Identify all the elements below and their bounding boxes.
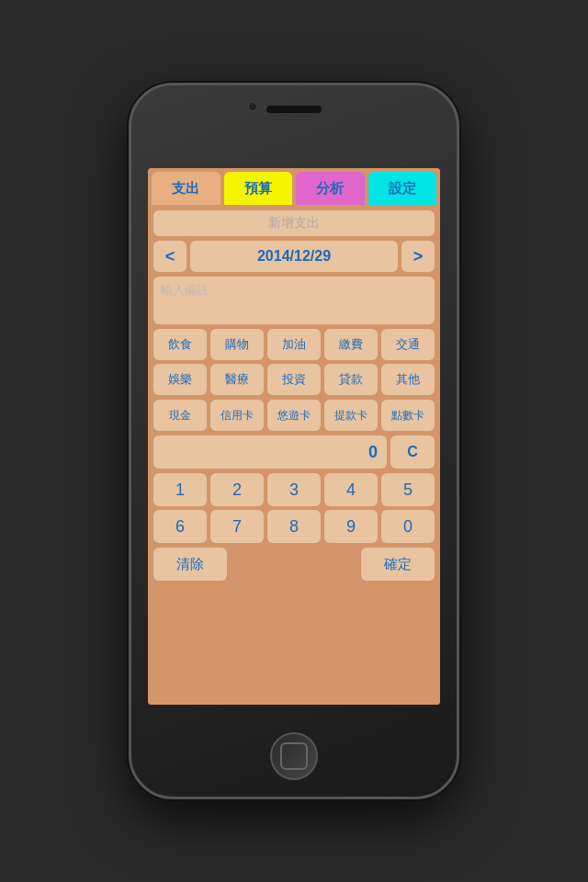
cat-shopping[interactable]: 購物 [210, 329, 264, 360]
tab-bar: 支出 預算 分析 設定 [148, 168, 440, 205]
cat-transport[interactable]: 交通 [381, 329, 435, 360]
num-8[interactable]: 8 [267, 510, 321, 543]
memo-placeholder: 輸入備註 [161, 283, 209, 297]
phone-shell: 支出 預算 分析 設定 新增支出 < 2014/12/29 [129, 83, 459, 799]
pay-easycard[interactable]: 悠遊卡 [267, 400, 321, 431]
camera [248, 102, 257, 111]
amount-row: 0 C [153, 435, 435, 469]
app-container: 支出 預算 分析 設定 新增支出 < 2014/12/29 [148, 168, 440, 705]
num-3[interactable]: 3 [267, 473, 321, 506]
tab-budget[interactable]: 預算 [224, 172, 293, 205]
home-button[interactable] [270, 732, 318, 780]
date-prev-button[interactable]: < [153, 241, 187, 272]
num-2[interactable]: 2 [210, 473, 264, 506]
payment-grid: 現金 信用卡 悠遊卡 提款卡 點數卡 [153, 400, 435, 431]
amount-display: 0 [153, 435, 387, 469]
num-5[interactable]: 5 [381, 473, 435, 506]
pay-credit[interactable]: 信用卡 [210, 400, 264, 431]
cat-gas[interactable]: 加油 [267, 329, 321, 360]
num-4[interactable]: 4 [324, 473, 378, 506]
action-row: 清除 確定 [153, 548, 435, 581]
date-display: 2014/12/29 [190, 241, 398, 272]
new-expense-label: 新增支出 [268, 215, 320, 230]
pay-atm[interactable]: 提款卡 [324, 400, 378, 431]
tab-expense[interactable]: 支出 [152, 172, 220, 205]
num-7[interactable]: 7 [210, 510, 264, 543]
clear-digit-button[interactable]: C [390, 435, 435, 469]
clear-action-button[interactable]: 清除 [153, 548, 227, 581]
cat-loan[interactable]: 貸款 [324, 364, 378, 395]
num-6[interactable]: 6 [153, 510, 207, 543]
cat-other[interactable]: 其他 [381, 364, 435, 395]
date-row: < 2014/12/29 > [153, 241, 435, 272]
confirm-button[interactable]: 確定 [361, 548, 435, 581]
category-grid: 飲食 購物 加油 繳費 交通 娛樂 醫療 投資 貸款 其他 [153, 329, 435, 395]
cat-medical[interactable]: 醫療 [210, 364, 264, 395]
tab-analysis[interactable]: 分析 [296, 172, 365, 205]
screen-area: 支出 預算 分析 設定 新增支出 < 2014/12/29 [148, 168, 440, 705]
pay-cash[interactable]: 現金 [153, 400, 207, 431]
cat-bills[interactable]: 繳費 [324, 329, 378, 360]
cat-food[interactable]: 飲食 [153, 329, 207, 360]
num-1[interactable]: 1 [153, 473, 207, 506]
cat-entertainment[interactable]: 娛樂 [153, 364, 207, 395]
tab-settings[interactable]: 設定 [368, 172, 437, 205]
speaker [266, 106, 322, 113]
date-next-button[interactable]: > [401, 241, 435, 272]
new-expense-bar: 新增支出 [153, 210, 435, 236]
home-button-inner [280, 742, 308, 770]
numpad-grid: 1 2 3 4 5 6 7 8 9 0 [153, 473, 435, 543]
num-0[interactable]: 0 [381, 510, 435, 543]
action-spacer [231, 548, 357, 581]
num-9[interactable]: 9 [324, 510, 378, 543]
memo-field[interactable]: 輸入備註 [153, 277, 435, 324]
cat-investment[interactable]: 投資 [267, 364, 321, 395]
pay-points[interactable]: 點數卡 [381, 400, 435, 431]
main-content: 新增支出 < 2014/12/29 > 輸入備註 [148, 205, 440, 705]
